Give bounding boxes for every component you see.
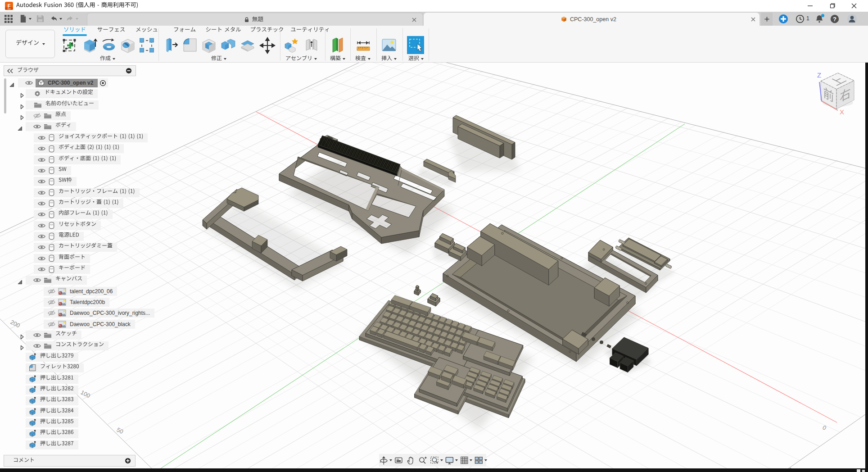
eye-visible-icon[interactable] — [33, 124, 41, 129]
app-launcher-icon[interactable] — [4, 14, 13, 23]
caret-down-icon[interactable] — [470, 459, 472, 461]
fillet-icon[interactable] — [182, 37, 198, 54]
avatar[interactable] — [847, 14, 857, 24]
tab-untitled-close-icon[interactable] — [411, 17, 417, 23]
eye-visible-icon[interactable] — [38, 201, 45, 206]
tree-expand-icon[interactable] — [19, 93, 25, 98]
nav-pan-icon[interactable] — [406, 455, 416, 466]
add-comment-icon[interactable] — [125, 458, 131, 464]
eye-visible-icon[interactable] — [38, 190, 45, 195]
tree-collapse-icon[interactable] — [9, 82, 14, 87]
eye-visible-icon[interactable] — [38, 212, 45, 217]
extrude-icon[interactable] — [81, 37, 98, 54]
ribbon-group-3[interactable] — [285, 55, 317, 63]
collapse-panel-icon[interactable] — [7, 68, 14, 73]
eye-hidden-icon[interactable] — [48, 288, 55, 295]
maximize-button[interactable] — [823, 0, 841, 12]
nav-zoom-icon[interactable] — [418, 455, 427, 466]
help-icon[interactable] — [830, 14, 840, 24]
eye-visible-icon[interactable] — [38, 256, 45, 261]
tab-active-close-icon[interactable] — [750, 17, 756, 22]
viewport-3d[interactable]: 200 100 50 0 50 — [0, 63, 868, 468]
tree-row[interactable] — [34, 210, 113, 219]
tree-row[interactable]: Daewoo_CPC-300_black — [44, 320, 135, 329]
file-caret-icon[interactable] — [29, 18, 32, 20]
undo-icon[interactable] — [50, 14, 58, 23]
tree-expand-icon[interactable] — [19, 345, 25, 350]
eye-visible-icon[interactable] — [38, 223, 45, 228]
tree-expand-icon[interactable] — [19, 115, 25, 120]
tree-row[interactable] — [26, 122, 76, 131]
press-pull-icon[interactable] — [163, 37, 179, 54]
construct-icon[interactable] — [329, 37, 345, 54]
redo-caret-icon[interactable] — [76, 18, 78, 20]
eye-hidden-icon[interactable] — [48, 321, 55, 327]
tree-row[interactable] — [26, 100, 99, 109]
collapse-all-icon[interactable] — [126, 68, 132, 74]
tree-expand-icon[interactable] — [19, 334, 25, 340]
nav-viewports-icon[interactable] — [474, 455, 484, 466]
ribbon-tab-3[interactable] — [136, 27, 158, 35]
redo-icon[interactable] — [66, 14, 74, 23]
tree-row[interactable] — [26, 375, 78, 384]
tree-row[interactable] — [34, 265, 90, 274]
job-status-icon[interactable] — [795, 14, 805, 24]
ribbon-tab-2[interactable] — [97, 27, 126, 35]
eye-hidden-icon[interactable] — [48, 299, 55, 305]
shell-icon[interactable] — [201, 37, 217, 54]
tree-row[interactable] — [26, 353, 78, 362]
split-icon[interactable] — [240, 37, 256, 54]
title-bar[interactable]: F 360 — [0, 0, 868, 12]
undo-caret-icon[interactable] — [59, 18, 62, 20]
tree-row[interactable] — [26, 111, 71, 120]
new-component-icon[interactable] — [284, 37, 300, 54]
ribbon-group-5[interactable] — [355, 55, 371, 63]
ribbon-tab-7[interactable] — [290, 27, 330, 35]
nav-fit-icon[interactable] — [430, 455, 439, 466]
tree-row[interactable] — [34, 254, 90, 263]
tree-row[interactable]: CPC-300_open v2 — [18, 78, 108, 87]
browser-panel-header[interactable] — [4, 65, 136, 76]
hole-icon[interactable] — [120, 37, 136, 54]
new-tab-button[interactable] — [761, 13, 773, 26]
select-icon[interactable] — [407, 36, 425, 54]
combine-icon[interactable] — [220, 37, 236, 54]
caret-down-icon[interactable] — [389, 459, 392, 461]
nav-lookat-icon[interactable] — [394, 455, 403, 466]
tree-row[interactable] — [26, 341, 108, 350]
tree-expand-icon[interactable] — [19, 104, 25, 109]
tree-row[interactable] — [26, 276, 87, 285]
nav-orbit-icon[interactable] — [379, 455, 389, 466]
browser-scrollbar[interactable] — [4, 78, 6, 113]
tree-row[interactable] — [34, 199, 123, 208]
inspect-icon[interactable] — [355, 37, 371, 54]
tree-row[interactable] — [26, 408, 78, 417]
eye-visible-icon[interactable] — [25, 80, 33, 86]
save-icon[interactable] — [36, 14, 45, 23]
tree-row[interactable] — [34, 155, 121, 164]
eye-hidden-icon[interactable] — [48, 310, 55, 316]
eye-visible-icon[interactable] — [38, 168, 45, 173]
tree-collapse-icon[interactable] — [17, 126, 23, 131]
ribbon-group-7[interactable] — [408, 55, 424, 63]
eye-visible-icon[interactable] — [38, 135, 45, 141]
ribbon-group-2[interactable] — [211, 55, 226, 63]
tab-untitled[interactable] — [87, 13, 423, 26]
extensions-icon[interactable] — [778, 14, 788, 24]
eye-visible-icon[interactable] — [33, 277, 41, 283]
tree-row[interactable] — [26, 396, 78, 405]
ribbon-tab-1[interactable] — [63, 27, 86, 35]
caret-down-icon[interactable] — [455, 459, 458, 461]
eye-visible-icon[interactable] — [38, 267, 45, 272]
tree-row[interactable] — [26, 386, 78, 395]
tree-row[interactable]: talent_dpc200_06 — [44, 287, 117, 296]
tree-row[interactable] — [26, 418, 78, 427]
tree-row[interactable] — [34, 177, 77, 186]
activate-component-radio[interactable] — [99, 80, 106, 86]
comments-bar[interactable] — [4, 455, 136, 467]
eye-visible-icon[interactable] — [33, 343, 41, 349]
caret-down-icon[interactable] — [440, 459, 443, 461]
tree-row[interactable] — [34, 166, 71, 175]
selected-component-chip[interactable]: CPC-300_open v2 — [36, 79, 98, 87]
tree-row[interactable]: Talentdpc200b — [44, 298, 109, 307]
